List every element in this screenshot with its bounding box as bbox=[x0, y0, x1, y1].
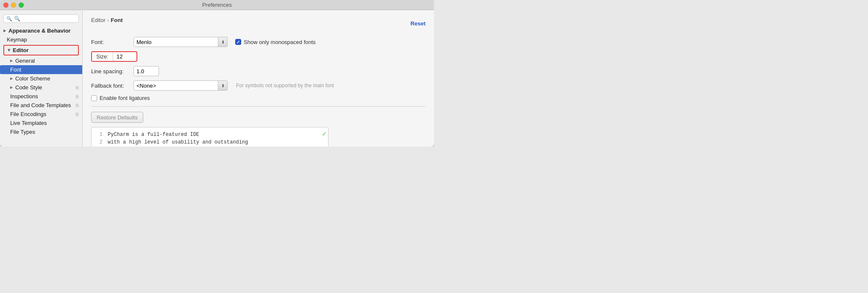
sidebar-item-label: File Encodings bbox=[10, 111, 46, 117]
preview-line-2: 2 with a high level of usability and out… bbox=[97, 138, 323, 146]
fallback-font-select-wrapper: <None> ⬍ bbox=[134, 80, 228, 91]
size-input[interactable]: 12 bbox=[113, 52, 136, 61]
font-label: Font: bbox=[91, 39, 129, 45]
ligatures-label: Enable font ligatures bbox=[100, 95, 150, 101]
sidebar-item-file-encodings[interactable]: File Encodings ⎘ bbox=[0, 110, 82, 119]
sidebar-item-file-code-templates[interactable]: File and Code Templates ⎘ bbox=[0, 101, 82, 110]
sidebar-item-font[interactable]: Font bbox=[0, 65, 82, 74]
window-title: Preferences bbox=[202, 2, 232, 8]
sidebar-item-label: Inspections bbox=[10, 93, 38, 100]
ligatures-checkbox[interactable] bbox=[91, 95, 97, 101]
breadcrumb: Editor › Font bbox=[91, 17, 122, 23]
size-box: Size: 12 bbox=[91, 51, 137, 62]
copy-icon: ⎘ bbox=[76, 85, 79, 90]
minimize-button[interactable] bbox=[11, 3, 16, 8]
sidebar-item-inspections[interactable]: Inspections ⎘ bbox=[0, 92, 82, 101]
show-monospaced-label: Show only monospaced fonts bbox=[244, 39, 316, 45]
breadcrumb-row: Editor › Font Reset bbox=[91, 17, 426, 30]
size-label: Size: bbox=[92, 52, 113, 61]
ligatures-row: Enable font ligatures bbox=[91, 95, 426, 101]
font-select-wrapper: Menlo ⬍ bbox=[134, 37, 228, 47]
sidebar-item-label: Color Scheme bbox=[15, 75, 50, 82]
fallback-font-row: Fallback font: <None> ⬍ For symbols not … bbox=[91, 80, 426, 91]
sidebar-item-label: General bbox=[15, 58, 35, 64]
breadcrumb-editor: Editor bbox=[91, 17, 106, 23]
sidebar-item-label: Font bbox=[10, 66, 21, 73]
search-icon: 🔍 bbox=[6, 16, 12, 22]
sidebar: 🔍 ▶ Appearance & Behavior Keymap ▶ Edito… bbox=[0, 10, 83, 146]
triangle-icon: ▶ bbox=[10, 77, 13, 80]
chevron-up-down-icon: ⬍ bbox=[221, 83, 225, 88]
fallback-font-select-arrow[interactable]: ⬍ bbox=[218, 80, 228, 91]
chevron-up-down-icon: ⬍ bbox=[221, 40, 225, 44]
search-box[interactable]: 🔍 bbox=[3, 14, 79, 23]
sidebar-item-label: Code Style bbox=[15, 84, 42, 91]
sidebar-item-label: Appearance & Behavior bbox=[8, 28, 71, 34]
sidebar-item-label: Editor bbox=[13, 47, 29, 53]
breadcrumb-font: Font bbox=[111, 17, 122, 23]
preview-area: 1 PyCharm is a full-featured IDE 2 with … bbox=[91, 127, 328, 146]
copy-icon: ⎘ bbox=[76, 94, 79, 99]
size-row: Size: 12 bbox=[91, 51, 426, 62]
triangle-open-icon: ▶ bbox=[7, 49, 11, 52]
titlebar: Preferences bbox=[0, 0, 434, 10]
line-number: 2 bbox=[97, 138, 103, 146]
sidebar-item-appearance-behavior[interactable]: ▶ Appearance & Behavior bbox=[0, 26, 82, 35]
sidebar-item-general[interactable]: ▶ General bbox=[0, 56, 82, 65]
sidebar-item-code-style[interactable]: ▶ Code Style ⎘ bbox=[0, 83, 82, 92]
close-button[interactable] bbox=[3, 3, 8, 8]
show-monospaced-checkbox[interactable]: ✓ bbox=[235, 39, 241, 45]
font-input[interactable]: Menlo bbox=[134, 37, 218, 47]
show-monospaced-row: ✓ Show only monospaced fonts bbox=[235, 39, 316, 45]
line-number: 1 bbox=[97, 131, 103, 138]
line-text: advanced code editing and refactoring su… bbox=[108, 146, 248, 146]
sidebar-item-keymap[interactable]: Keymap bbox=[0, 35, 82, 44]
preview-line-3: 3 advanced code editing and refactoring … bbox=[97, 146, 323, 146]
triangle-icon: ▶ bbox=[10, 59, 13, 63]
fallback-note: For symbols not supported by the main fo… bbox=[236, 83, 334, 88]
sidebar-item-editor[interactable]: ▶ Editor bbox=[3, 45, 79, 55]
line-spacing-input[interactable]: 1.0 bbox=[134, 66, 159, 76]
restore-defaults-button[interactable]: Restore Defaults bbox=[91, 112, 143, 123]
sidebar-item-label: Keymap bbox=[7, 36, 27, 43]
divider bbox=[91, 106, 426, 107]
checkmark-icon: ✓ bbox=[236, 40, 240, 44]
fallback-font-input[interactable]: <None> bbox=[134, 80, 218, 91]
sidebar-item-label: Live Templates bbox=[10, 120, 47, 126]
breadcrumb-separator: › bbox=[107, 17, 109, 23]
sidebar-item-label: File and Code Templates bbox=[10, 102, 71, 108]
line-text: PyCharm is a full-featured IDE bbox=[108, 131, 199, 138]
check-icon: ✓ bbox=[322, 129, 326, 139]
line-number: 3 bbox=[97, 146, 103, 146]
reset-button[interactable]: Reset bbox=[411, 20, 426, 27]
preview-line-1: 1 PyCharm is a full-featured IDE bbox=[97, 131, 323, 138]
main-content: 🔍 ▶ Appearance & Behavior Keymap ▶ Edito… bbox=[0, 10, 434, 146]
line-spacing-label: Line spacing: bbox=[91, 68, 129, 75]
preferences-window: Preferences 🔍 ▶ Appearance & Behavior Ke… bbox=[0, 0, 434, 146]
copy-icon: ⎘ bbox=[76, 112, 79, 117]
sidebar-item-label: File Types bbox=[10, 129, 35, 135]
fallback-font-label: Fallback font: bbox=[91, 83, 129, 89]
sidebar-item-file-types[interactable]: File Types bbox=[0, 127, 82, 136]
triangle-icon: ▶ bbox=[10, 86, 13, 89]
font-row: Font: Menlo ⬍ ✓ Show only monospaced fon… bbox=[91, 37, 426, 47]
search-input[interactable] bbox=[14, 16, 76, 22]
line-text: with a high level of usability and outst… bbox=[108, 138, 248, 146]
sidebar-item-live-templates[interactable]: Live Templates bbox=[0, 119, 82, 127]
copy-icon: ⎘ bbox=[76, 103, 79, 108]
line-spacing-row: Line spacing: 1.0 bbox=[91, 66, 426, 76]
maximize-button[interactable] bbox=[19, 3, 24, 8]
sidebar-item-color-scheme[interactable]: ▶ Color Scheme bbox=[0, 74, 82, 83]
main-panel: Editor › Font Reset Font: Menlo ⬍ ✓ bbox=[83, 10, 434, 146]
triangle-icon: ▶ bbox=[3, 29, 6, 33]
font-select-arrow[interactable]: ⬍ bbox=[218, 37, 228, 47]
